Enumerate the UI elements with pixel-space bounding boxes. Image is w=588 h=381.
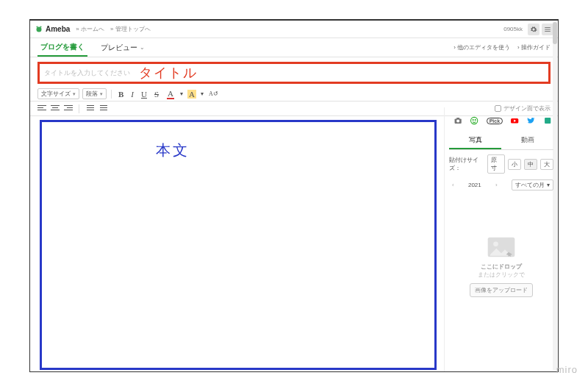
color-swatch-icon [167, 98, 174, 99]
watermark: miro [556, 364, 578, 375]
svg-point-8 [456, 119, 459, 122]
title-input-callout: タイトルを入力してください タイトル [37, 62, 551, 84]
month-dropdown[interactable]: すべての月 ▾ [512, 179, 553, 190]
month-label: すべての月 [515, 181, 545, 189]
svg-point-10 [473, 119, 473, 120]
separator [79, 104, 79, 113]
font-color-button[interactable]: A [164, 89, 177, 99]
media-tabs: 写真 動画 [449, 132, 553, 150]
pick-icon[interactable]: Pick [487, 118, 503, 124]
bg-color-button[interactable]: A [186, 90, 198, 99]
svg-point-2 [40, 26, 42, 27]
app-window: Ameba » ホームへ » 管理トップへ 0905kk ブログを書く プレビュ… [29, 19, 559, 372]
svg-point-1 [37, 26, 38, 27]
tab-write[interactable]: ブログを書く [37, 38, 87, 57]
list-ul-button[interactable] [85, 105, 94, 113]
ameba-icon [35, 25, 43, 34]
menu-icon [544, 26, 551, 33]
svg-rect-7 [456, 118, 459, 119]
tab-video[interactable]: 動画 [501, 132, 553, 149]
size-label: 貼付けサイズ： [449, 156, 484, 172]
title-input[interactable]: タイトルを入力してください [44, 68, 130, 78]
underline-button[interactable]: U [139, 90, 149, 99]
brand-text: Ameba [46, 25, 70, 33]
callout-body-label: 本文 [156, 140, 190, 160]
gear-icon [530, 26, 537, 33]
camera-icon[interactable] [453, 115, 462, 127]
twitter-icon[interactable] [526, 115, 535, 127]
emoji-icon[interactable] [470, 115, 478, 127]
media-panel: Pick 写真 動画 貼付けサイズ： 原寸 小 中 大 ‹ 2021 › すべて… [444, 107, 558, 372]
tab-photo[interactable]: 写真 [449, 132, 501, 149]
link-other-editor[interactable]: 他のエディタを使う [453, 43, 510, 51]
drop-line2: またはクリックで [449, 271, 553, 279]
crumb-admin[interactable]: » 管理トップへ [110, 25, 151, 33]
username[interactable]: 0905kk [503, 26, 523, 32]
svg-point-11 [475, 119, 476, 120]
chevron-down-icon[interactable]: ▾ [201, 90, 204, 97]
body-editor-callout[interactable]: 本文 [40, 120, 437, 370]
scrollbar-thumb[interactable] [553, 22, 557, 44]
bold-button[interactable]: B [116, 90, 126, 99]
align-right-button[interactable] [64, 105, 73, 113]
upload-image-button[interactable]: 画像をアップロード [470, 283, 533, 297]
separator [111, 90, 112, 99]
chevron-down-icon: ▾ [73, 91, 76, 97]
chevron-down-icon: ▾ [100, 91, 103, 97]
size-s-button[interactable]: 小 [508, 159, 521, 170]
drop-line1: ここにドロップ [449, 263, 553, 271]
date-filter-row: ‹ 2021 › すべての月 ▾ [449, 178, 553, 192]
svg-point-15 [493, 242, 498, 247]
next-year-button[interactable]: › [492, 182, 501, 188]
strike-button[interactable]: S [152, 90, 161, 99]
font-color-label: A [165, 89, 176, 98]
youtube-icon[interactable] [510, 115, 519, 127]
svg-rect-5 [545, 31, 551, 32]
font-size-label: 文字サイズ [41, 90, 71, 98]
svg-rect-3 [545, 27, 551, 28]
size-orig-button[interactable]: 原寸 [487, 154, 505, 174]
paste-size-row: 貼付けサイズ： 原寸 小 中 大 [449, 150, 553, 178]
paragraph-label: 段落 [86, 90, 98, 98]
list-ol-button[interactable] [98, 105, 107, 113]
image-placeholder-icon [487, 236, 516, 258]
chevron-down-icon[interactable]: ▾ [180, 90, 183, 97]
chevron-down-icon: ⌄ [140, 44, 145, 51]
more-icon[interactable] [543, 115, 552, 127]
font-size-dropdown[interactable]: 文字サイズ▾ [37, 88, 79, 99]
media-sources: Pick [449, 112, 553, 129]
align-center-button[interactable] [51, 105, 60, 113]
chevron-down-icon: ▾ [547, 182, 550, 188]
tab-preview-label: プレビュー [101, 43, 137, 53]
prev-year-button[interactable]: ‹ [449, 182, 457, 188]
callout-title-label: タイトル [139, 64, 198, 82]
svg-rect-13 [545, 118, 551, 124]
settings-button[interactable] [528, 24, 539, 35]
svg-rect-4 [545, 29, 551, 29]
image-drop-area[interactable]: ここにドロップ またはクリックで 画像をアップロード [449, 236, 553, 297]
align-left-button[interactable] [37, 105, 46, 113]
crumb-home[interactable]: » ホームへ [76, 25, 104, 33]
app-header: Ameba » ホームへ » 管理トップへ 0905kk [30, 21, 558, 38]
link-guide[interactable]: 操作ガイド [517, 43, 551, 51]
svg-point-0 [37, 26, 42, 32]
bg-color-label: A [187, 90, 196, 99]
year-label: 2021 [468, 182, 481, 188]
size-l-button[interactable]: 大 [540, 159, 553, 170]
clear-format-button[interactable]: A↺ [207, 90, 220, 97]
italic-button[interactable]: I [129, 90, 136, 99]
editor-tabs: ブログを書く プレビュー ⌄ 他のエディタを使う 操作ガイド [30, 38, 558, 57]
format-toolbar: 文字サイズ▾ 段落▾ B I U S A ▾ A ▾ A↺ [30, 87, 558, 102]
paragraph-dropdown[interactable]: 段落▾ [82, 88, 107, 99]
size-m-button[interactable]: 中 [524, 159, 537, 170]
brand-logo[interactable]: Ameba [35, 25, 70, 34]
tab-preview[interactable]: プレビュー ⌄ [98, 38, 148, 57]
tab-write-label: ブログを書く [40, 42, 85, 52]
menu-button[interactable] [542, 24, 553, 35]
svg-point-9 [471, 117, 478, 124]
